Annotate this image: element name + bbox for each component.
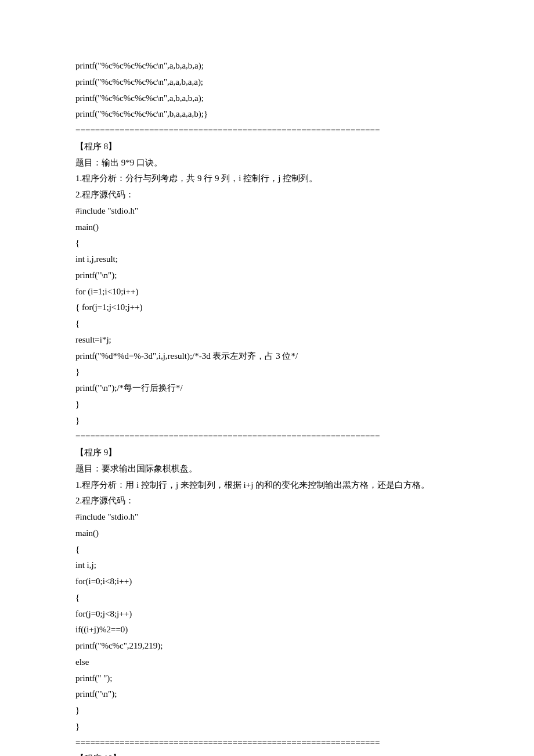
section-heading: 【程序 9】: [75, 445, 459, 461]
code-line: for(j=0;j<8;j++): [75, 606, 459, 622]
analysis-line: 1.程序分析：用 i 控制行，j 来控制列，根据 i+j 的和的变化来控制输出黑…: [75, 477, 459, 494]
separator-line: ========================================…: [75, 735, 459, 751]
code-line: { for(j=1;j<10;j++): [75, 300, 459, 316]
section-heading: 【程序 10】: [75, 751, 459, 756]
code-line: for (i=1;i<10;i++): [75, 284, 459, 300]
code-line: #include "stdio.h": [75, 203, 459, 219]
code-line: {: [75, 235, 459, 251]
code-line: printf("\n");: [75, 268, 459, 284]
code-line: #include "stdio.h": [75, 509, 459, 525]
code-line: {: [75, 316, 459, 332]
code-line: {: [75, 590, 459, 606]
code-line: }: [75, 397, 459, 413]
source-label: 2.程序源代码：: [75, 187, 459, 203]
separator-line: ========================================…: [75, 123, 459, 139]
code-line: int i,j,result;: [75, 251, 459, 268]
code-line: {: [75, 542, 459, 558]
code-line: result=i*j;: [75, 332, 459, 348]
code-line: printf("\n");: [75, 686, 459, 703]
code-line: printf("%c%c%c%c%c\n",a,b,a,b,a);: [75, 91, 459, 107]
code-line: }: [75, 703, 459, 719]
code-line: printf("%c%c%c%c%c\n",a,a,b,a,a);: [75, 74, 459, 91]
separator-line: ========================================…: [75, 429, 459, 445]
code-line: printf("%c%c%c%c%c\n",b,a,a,a,b);}: [75, 106, 459, 123]
code-line: printf("%c%c%c%c%c\n",a,b,a,b,a);: [75, 58, 459, 74]
code-line: else: [75, 654, 459, 671]
code-line: printf("%c%c",219,219);: [75, 638, 459, 654]
topic-line: 题目：输出 9*9 口诀。: [75, 155, 459, 171]
topic-line: 题目：要求输出国际象棋棋盘。: [75, 461, 459, 477]
code-line: }: [75, 364, 459, 380]
code-line: printf("%d*%d=%-3d",i,j,result);/*-3d 表示…: [75, 348, 459, 365]
code-line: }: [75, 719, 459, 735]
code-line: if((i+j)%2==0): [75, 622, 459, 638]
code-line: main(): [75, 525, 459, 542]
code-line: int i,j;: [75, 557, 459, 574]
code-line: for(i=0;i<8;i++): [75, 574, 459, 590]
section-heading: 【程序 8】: [75, 139, 459, 155]
source-label: 2.程序源代码：: [75, 493, 459, 509]
code-line: main(): [75, 219, 459, 236]
document-page: printf("%c%c%c%c%c\n",a,b,a,b,a); printf…: [0, 0, 534, 756]
analysis-line: 1.程序分析：分行与列考虑，共 9 行 9 列，i 控制行，j 控制列。: [75, 171, 459, 187]
code-line: printf(" ");: [75, 671, 459, 687]
code-line: printf("\n");/*每一行后换行*/: [75, 380, 459, 397]
code-line: }: [75, 413, 459, 429]
